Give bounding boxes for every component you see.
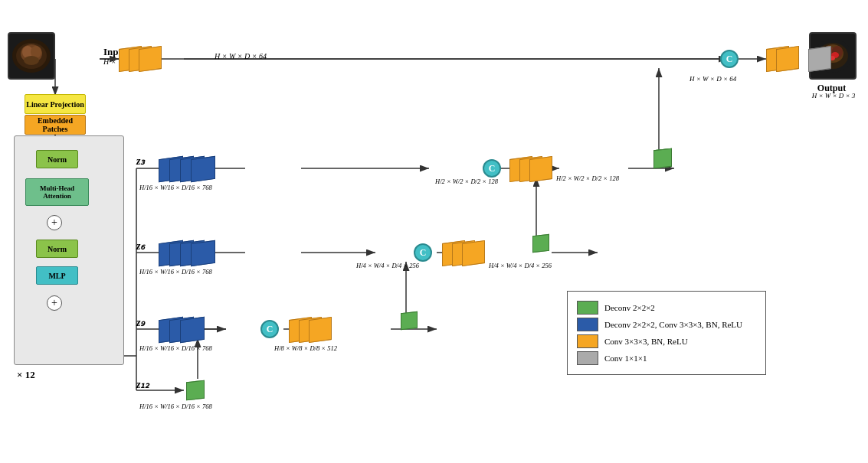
mlp-label: MLP	[48, 272, 65, 280]
concat-top-dims: H × W × D × 64	[689, 75, 736, 83]
add-residual1: +	[47, 215, 62, 230]
z6-blue-4	[191, 240, 215, 266]
multi-head-attention-block: Multi-Head Attention	[25, 178, 89, 206]
z3-orange-3	[529, 156, 552, 182]
decoder-top-2	[776, 46, 799, 72]
z6-orange-3	[462, 240, 485, 266]
deconv-green-z3-top	[653, 148, 672, 169]
legend-row-4: Conv 1×1×1	[577, 351, 756, 365]
encoder-block-1c	[139, 46, 162, 72]
legend-deconv2-text: Deconv 2×2×2, Conv 3×3×3, BN, ReLU	[604, 320, 742, 329]
conv1x1-block	[808, 46, 831, 72]
z6-dims2: H/4 × W/4 × D/4 × 256	[356, 262, 419, 269]
skip1-dims-label: H × W × D × 64	[215, 52, 267, 60]
linear-projection-block: Linear Projection	[25, 94, 86, 114]
embedded-patches-label: Embedded Patches	[25, 116, 85, 133]
legend-deconv1-text: Deconv 2×2×2	[604, 303, 655, 312]
norm2-block: Norm	[36, 240, 78, 258]
legend-row-2: Deconv 2×2×2, Conv 3×3×3, BN, ReLU	[577, 318, 756, 331]
z3-blue-4	[191, 156, 215, 182]
legend-gray-icon	[577, 351, 598, 365]
z9-dims2: H/8 × W/8 × D/8 × 512	[274, 344, 337, 352]
z12-dims: H/16 × W/16 × D/16 × 768	[139, 403, 212, 410]
legend-blue-icon	[577, 318, 598, 331]
legend-conv2-text: Conv 1×1×1	[604, 354, 647, 363]
z9-label: z₉	[136, 316, 145, 329]
embedded-patches-block: Embedded Patches	[25, 115, 86, 135]
multi-head-label: Multi-Head Attention	[26, 184, 88, 200]
deconv-green-z6	[532, 234, 549, 253]
z12-green-block	[186, 380, 205, 401]
z12-label: z₁₂	[136, 378, 149, 391]
z9-orange-3	[309, 317, 332, 343]
z9-blue-3	[180, 317, 205, 343]
legend-conv1-text: Conv 3×3×3, BN, ReLU	[604, 337, 688, 346]
repeat-label: × 12	[17, 369, 35, 381]
z6-dims1: H/16 × W/16 × D/16 × 768	[139, 268, 212, 276]
norm1-block: Norm	[36, 150, 78, 168]
output-dims-label: H × W × D × 3	[803, 92, 864, 99]
concat-circle-top: C	[720, 50, 739, 68]
concat-circle-z3: C	[483, 159, 501, 178]
legend-orange-icon	[577, 334, 598, 348]
add-residual2: +	[47, 295, 62, 311]
neural-network-diagram: { "title": "TransBTS Neural Network Arch…	[0, 0, 868, 463]
deconv-green-z9	[401, 311, 418, 330]
input-brain-image	[8, 32, 55, 80]
z6-dims3: H/4 × W/4 × D/4 × 256	[489, 262, 552, 269]
z3-label: z₃	[136, 155, 145, 168]
concat-circle-z6: C	[414, 243, 432, 262]
legend-row-3: Conv 3×3×3, BN, ReLU	[577, 334, 756, 348]
linear-projection-label: Linear Projection	[26, 100, 84, 109]
norm2-label: Norm	[47, 245, 67, 253]
concat-circle-z9: C	[260, 320, 279, 338]
z3-dims1: H/16 × W/16 × D/16 × 768	[139, 184, 212, 191]
mlp-block: MLP	[36, 266, 78, 285]
z3-dims3: H/2 × W/2 × D/2 × 128	[556, 174, 619, 182]
legend: Deconv 2×2×2 Deconv 2×2×2, Conv 3×3×3, B…	[567, 291, 766, 375]
z6-label: z₆	[136, 240, 145, 253]
z3-dims2: H/2 × W/2 × D/2 × 128	[435, 178, 498, 185]
legend-green-icon	[577, 301, 598, 315]
z9-dims1: H/16 × W/16 × D/16 × 768	[139, 344, 212, 352]
svg-point-47	[24, 56, 39, 65]
legend-row-1: Deconv 2×2×2	[577, 301, 756, 315]
transformer-block: Norm Multi-Head Attention + Norm MLP +	[14, 135, 124, 365]
norm1-label: Norm	[47, 155, 67, 164]
